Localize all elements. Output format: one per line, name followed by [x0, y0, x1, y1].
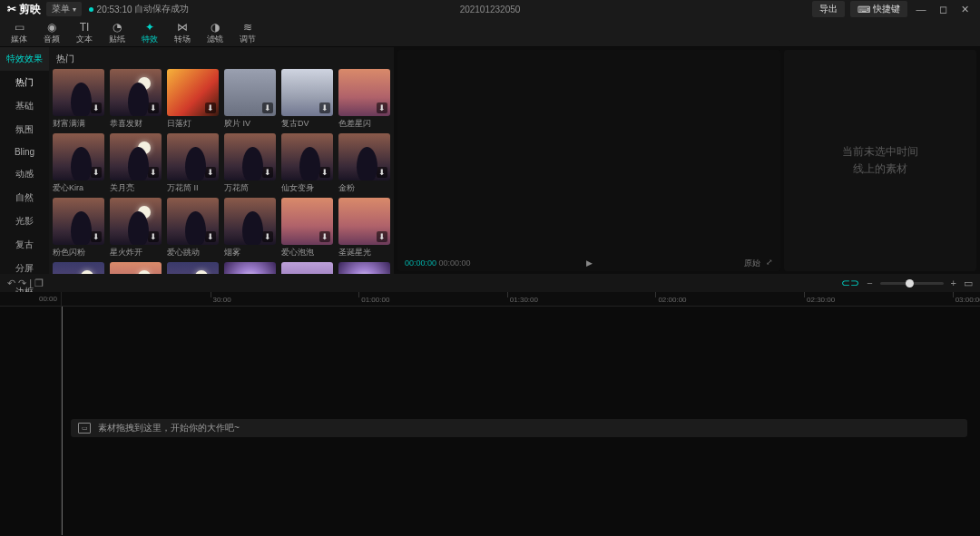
category-tab-基础[interactable]: 基础	[0, 94, 49, 118]
effect-thumb[interactable]: ⬇圣诞星光	[338, 198, 390, 258]
download-icon[interactable]: ⬇	[148, 231, 159, 242]
shortcuts-button[interactable]: ⌨ 快捷键	[850, 1, 907, 17]
download-icon[interactable]: ⬇	[148, 167, 159, 178]
thumb-label: 日落灯	[167, 118, 219, 130]
tool-文本[interactable]: TI文本	[71, 20, 98, 47]
effect-thumb[interactable]: ⬇粉色闪粉	[53, 198, 104, 258]
effect-thumb[interactable]: ⬇爱心跳动	[167, 198, 219, 258]
tool-icon: ✦	[145, 22, 154, 33]
timeline-tool[interactable]: ↷	[18, 278, 26, 288]
download-icon[interactable]: ⬇	[91, 231, 102, 242]
timeline-tracks[interactable]: ▭ 素材拖拽到这里，开始你的大作吧~	[0, 307, 980, 535]
download-icon[interactable]: ⬇	[319, 167, 330, 178]
effect-thumb[interactable]: ⬇万花筒 II	[167, 133, 219, 194]
thumb-label: 金粉	[338, 182, 390, 194]
magnet-toggle[interactable]: ⊂⊃	[841, 277, 859, 289]
thumb-preview: ⬇	[338, 69, 390, 116]
timeline-tool[interactable]: ↶	[7, 278, 15, 288]
download-icon[interactable]: ⬇	[262, 167, 273, 178]
download-icon[interactable]: ⬇	[377, 231, 387, 242]
aspect-ratio-button[interactable]: 原始	[744, 258, 760, 269]
fullscreen-button[interactable]: ⤢	[766, 258, 773, 269]
effect-thumb[interactable]: ⬇星火炸开	[110, 198, 162, 258]
timeline-ruler[interactable]: 00:00 30:0001:00:0001:30:0002:00:0002:30…	[0, 292, 980, 307]
effect-thumb[interactable]: ⬇关月亮	[110, 133, 162, 194]
category-tab-热门[interactable]: 热门	[0, 71, 49, 94]
effect-thumb[interactable]: ⬇	[167, 262, 219, 274]
effect-thumb[interactable]: ⬇爱心泡泡	[281, 198, 333, 258]
effect-thumb[interactable]: ⬇烟雾	[224, 198, 276, 258]
tool-音频[interactable]: ◉音频	[38, 20, 65, 47]
download-icon[interactable]: ⬇	[205, 167, 216, 178]
category-tab-氛围[interactable]: 氛围	[0, 118, 49, 141]
zoom-in-button[interactable]: +	[951, 278, 956, 288]
effect-thumb[interactable]: ⬇恭喜发财	[110, 69, 162, 130]
tool-特效[interactable]: ✦特效	[136, 20, 163, 47]
maximize-button[interactable]: ◻	[935, 1, 951, 17]
effect-thumb[interactable]: ⬇	[281, 262, 333, 274]
tool-媒体[interactable]: ▭媒体	[5, 20, 33, 47]
effect-thumb[interactable]: ⬇财富满满	[53, 69, 104, 130]
download-icon[interactable]: ⬇	[319, 231, 330, 242]
effect-thumb[interactable]: ⬇	[224, 262, 276, 274]
tool-label: 特效	[142, 34, 158, 45]
thumb-preview: ⬇	[224, 69, 276, 116]
download-icon[interactable]: ⬇	[262, 231, 273, 242]
project-title: 202101232050	[460, 5, 521, 15]
timeline-tool[interactable]: |	[29, 278, 32, 288]
drop-hint-text: 素材拖拽到这里，开始你的大作吧~	[98, 422, 240, 434]
zoom-out-button[interactable]: −	[867, 278, 872, 288]
category-tab-自然[interactable]: 自然	[0, 186, 49, 210]
effect-thumb[interactable]: ⬇	[110, 262, 162, 274]
zoom-fit-button[interactable]: ▭	[964, 278, 973, 289]
timeline-tool[interactable]: ❐	[34, 278, 44, 288]
download-icon[interactable]: ⬇	[205, 102, 216, 113]
shortcuts-label: 快捷键	[873, 3, 900, 15]
export-button[interactable]: 导出	[812, 1, 845, 17]
tool-滤镜[interactable]: ◑滤镜	[201, 20, 229, 47]
effect-thumb[interactable]: ⬇万花筒	[224, 133, 276, 194]
effect-thumb[interactable]: ⬇	[338, 262, 390, 274]
effect-thumb[interactable]: ⬇	[53, 262, 104, 274]
play-button[interactable]: ▶	[586, 258, 593, 268]
download-icon[interactable]: ⬇	[91, 102, 102, 113]
download-icon[interactable]: ⬇	[205, 231, 216, 242]
thumb-label: 复古DV	[281, 118, 333, 130]
effect-thumb[interactable]: ⬇日落灯	[167, 69, 219, 130]
download-icon[interactable]: ⬇	[91, 167, 102, 178]
autosave-text: 自动保存成功	[134, 3, 189, 15]
effect-thumb[interactable]: ⬇色差星闪	[338, 69, 390, 130]
effect-thumb[interactable]: ⬇复古DV	[281, 69, 333, 130]
category-tab-动感[interactable]: 动感	[0, 162, 49, 186]
minimize-button[interactable]: —	[913, 1, 929, 17]
playhead[interactable]	[62, 307, 63, 535]
category-tab-复古[interactable]: 复古	[0, 233, 49, 257]
effect-thumb[interactable]: ⬇金粉	[338, 133, 390, 194]
zoom-knob[interactable]	[906, 279, 914, 287]
tool-贴纸[interactable]: ◔贴纸	[103, 20, 131, 47]
effect-thumb[interactable]: ⬇胶片 IV	[224, 69, 276, 130]
timecode-current: 00:00:00	[405, 258, 436, 268]
media-icon: ▭	[78, 423, 91, 434]
tool-转场[interactable]: ⋈转场	[169, 20, 196, 47]
effect-thumb[interactable]: ⬇仙女变身	[281, 133, 333, 194]
download-icon[interactable]: ⬇	[262, 102, 273, 113]
category-tab-光影[interactable]: 光影	[0, 210, 49, 233]
preview-controls: 00:00:00 00:00:00 ▶ 原始 ⤢	[397, 255, 780, 271]
menu-dropdown[interactable]: 菜单	[46, 2, 81, 16]
tool-调节[interactable]: ≋调节	[234, 20, 261, 47]
tool-label: 音频	[44, 34, 60, 45]
close-button[interactable]: ✕	[956, 1, 973, 17]
autosave-time: 20:53:10	[97, 5, 132, 15]
category-tab-Bling[interactable]: Bling	[0, 141, 49, 162]
inspector-empty-line2: 线上的素材	[842, 161, 918, 178]
download-icon[interactable]: ⬇	[319, 102, 330, 113]
download-icon[interactable]: ⬇	[377, 167, 387, 178]
download-icon[interactable]: ⬇	[148, 102, 159, 113]
download-icon[interactable]: ⬇	[377, 102, 387, 113]
zoom-slider[interactable]	[880, 282, 944, 285]
thumb-preview: ⬇	[53, 262, 104, 274]
effect-thumb[interactable]: ⬇爱心Kira	[53, 133, 104, 194]
thumb-preview: ⬇	[53, 133, 104, 180]
category-tab-main[interactable]: 特效效果	[0, 47, 49, 71]
